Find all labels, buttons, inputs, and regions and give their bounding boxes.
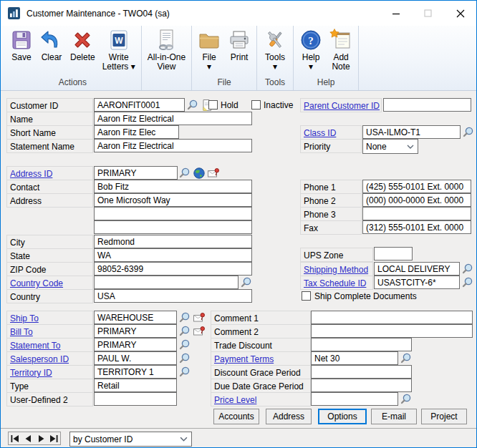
tax-schedule-lookup-icon[interactable] bbox=[461, 276, 475, 289]
fax-field[interactable]: (312) 555-0101 Ext. 0000 bbox=[362, 220, 471, 234]
help-button[interactable]: ? Help ▾ bbox=[296, 27, 326, 72]
ship-complete-checkbox[interactable] bbox=[302, 291, 311, 301]
minimize-button[interactable] bbox=[380, 1, 412, 26]
priority-select[interactable]: None bbox=[362, 139, 418, 154]
address-id-link[interactable]: Address ID bbox=[10, 169, 52, 179]
territory-id-field[interactable]: TERRITORY 1 bbox=[94, 365, 177, 379]
parent-customer-id-field[interactable] bbox=[383, 98, 471, 112]
address-field-2[interactable] bbox=[94, 207, 252, 220]
bill-to-field[interactable]: PRIMARY bbox=[94, 324, 177, 338]
chevron-down-icon bbox=[407, 145, 414, 149]
customer-id-field[interactable]: AARONFIT0001 bbox=[94, 98, 185, 112]
shipping-method-field[interactable]: LOCAL DELIVERY bbox=[374, 262, 460, 276]
ups-zone-field[interactable] bbox=[374, 247, 413, 260]
close-button[interactable] bbox=[444, 1, 476, 26]
country-code-link[interactable]: Country Code bbox=[10, 278, 63, 288]
ship-to-link[interactable]: Ship To bbox=[10, 313, 39, 323]
phone3-field[interactable] bbox=[362, 207, 471, 220]
class-id-field[interactable]: USA-ILMO-T1 bbox=[362, 125, 461, 139]
territory-lookup-icon[interactable] bbox=[178, 365, 192, 379]
tax-schedule-id-field[interactable]: USASTCITY-6* bbox=[374, 276, 460, 289]
print-button[interactable]: Print bbox=[224, 27, 254, 62]
parent-customer-id-link[interactable]: Parent Customer ID bbox=[304, 101, 380, 111]
price-level-field[interactable] bbox=[311, 392, 398, 406]
nav-last-button[interactable] bbox=[49, 433, 59, 444]
discount-grace-period-field[interactable] bbox=[311, 365, 412, 379]
phone1-field[interactable]: (425) 555-0101 Ext. 0000 bbox=[362, 180, 471, 193]
nav-previous-button[interactable] bbox=[23, 433, 34, 444]
name-field[interactable]: Aaron Fitz Electrical bbox=[94, 112, 252, 125]
shipping-method-link[interactable]: Shipping Method bbox=[304, 265, 368, 275]
maximize-button[interactable] bbox=[412, 1, 444, 26]
comment-2-field[interactable] bbox=[311, 324, 473, 338]
zip-code-field[interactable]: 98052-6399 bbox=[94, 262, 252, 276]
payment-terms-field[interactable]: Net 30 bbox=[311, 351, 398, 365]
minimize-icon bbox=[392, 9, 400, 18]
statement-to-lookup-icon[interactable] bbox=[178, 338, 192, 351]
ship-to-field[interactable]: WAREHOUSE bbox=[94, 311, 177, 324]
statement-name-field[interactable]: Aaron Fitz Electrical bbox=[94, 139, 252, 152]
bill-to-lookup-icon[interactable] bbox=[178, 324, 192, 338]
short-name-field[interactable]: Aaron Fitz Elec bbox=[94, 125, 179, 139]
statement-to-field[interactable]: PRIMARY bbox=[94, 338, 177, 351]
inactive-checkbox[interactable] bbox=[251, 100, 261, 109]
class-id-lookup-icon[interactable] bbox=[461, 125, 476, 139]
email-button[interactable]: E-mail bbox=[371, 409, 417, 424]
user-defined-2-field[interactable] bbox=[94, 392, 177, 406]
file-button[interactable]: File ▾ bbox=[194, 27, 224, 72]
sort-by-select[interactable]: by Customer ID bbox=[69, 432, 192, 447]
tools-button[interactable]: Tools ▾ bbox=[260, 27, 290, 72]
country-code-lookup-icon[interactable] bbox=[239, 276, 254, 289]
bill-to-letter-icon[interactable] bbox=[192, 324, 206, 338]
address-id-field[interactable]: PRIMARY bbox=[94, 166, 178, 180]
address-id-lookup-icon[interactable] bbox=[178, 166, 192, 180]
nav-next-button[interactable] bbox=[36, 433, 47, 444]
inactive-label: Inactive bbox=[264, 100, 293, 110]
statement-to-link[interactable]: Statement To bbox=[10, 341, 61, 351]
write-letters-button[interactable]: W Write Letters ▾ bbox=[99, 27, 139, 72]
toolbar-group-label-help: Help bbox=[296, 76, 356, 90]
due-date-grace-period-field[interactable] bbox=[311, 379, 412, 392]
address-letter-icon[interactable] bbox=[206, 166, 221, 180]
customer-id-lookup-icon[interactable] bbox=[186, 98, 200, 112]
toolbar-group-tools: Tools ▾ Tools bbox=[257, 26, 294, 90]
shipping-method-lookup-icon[interactable] bbox=[461, 262, 475, 276]
payment-terms-link[interactable]: Payment Terms bbox=[214, 354, 274, 364]
salesperson-id-link[interactable]: Salesperson ID bbox=[10, 354, 69, 364]
state-field[interactable]: WA bbox=[94, 248, 252, 262]
payment-terms-lookup-icon[interactable] bbox=[399, 351, 413, 365]
toolbar-group-file: File ▾ Print File bbox=[192, 26, 257, 90]
all-in-one-view-button[interactable]: All-in-One View bbox=[144, 27, 189, 72]
bill-to-link[interactable]: Bill To bbox=[10, 327, 33, 337]
phone2-field[interactable]: (000) 000-0000 Ext. 0000 bbox=[362, 193, 471, 207]
project-button[interactable]: Project bbox=[421, 409, 467, 424]
contact-field[interactable]: Bob Fitz bbox=[94, 180, 252, 193]
type-field[interactable]: Retail bbox=[94, 379, 177, 392]
save-button[interactable]: Save bbox=[6, 27, 37, 62]
country-field[interactable]: USA bbox=[94, 289, 252, 303]
nav-first-button[interactable] bbox=[10, 433, 21, 444]
internet-info-icon[interactable] bbox=[192, 166, 206, 180]
trade-discount-field[interactable] bbox=[311, 338, 412, 351]
salesperson-lookup-icon[interactable] bbox=[178, 351, 192, 365]
ship-to-lookup-icon[interactable] bbox=[178, 311, 192, 324]
address-field-1[interactable]: One Microsoft Way bbox=[94, 193, 252, 207]
city-field[interactable]: Redmond bbox=[94, 235, 252, 248]
comment-1-field[interactable] bbox=[311, 311, 473, 324]
clear-button[interactable]: Clear bbox=[37, 27, 67, 62]
accounts-button[interactable]: Accounts bbox=[213, 409, 259, 424]
tax-schedule-id-link[interactable]: Tax Schedule ID bbox=[304, 278, 366, 288]
ship-to-letter-icon[interactable] bbox=[192, 311, 206, 324]
salesperson-id-field[interactable]: PAUL W. bbox=[94, 351, 177, 365]
class-id-link[interactable]: Class ID bbox=[304, 128, 336, 138]
price-level-lookup-icon[interactable] bbox=[399, 392, 413, 406]
options-button[interactable]: Options bbox=[318, 409, 367, 424]
country-code-field[interactable] bbox=[94, 276, 238, 289]
territory-id-link[interactable]: Territory ID bbox=[10, 368, 52, 378]
hold-checkbox[interactable] bbox=[208, 100, 218, 109]
add-note-button[interactable]: Add Note bbox=[326, 27, 356, 72]
address-button[interactable]: Address bbox=[266, 409, 312, 424]
delete-button[interactable]: Delete bbox=[67, 27, 99, 62]
address-field-3[interactable] bbox=[94, 220, 252, 234]
price-level-link[interactable]: Price Level bbox=[214, 395, 256, 405]
